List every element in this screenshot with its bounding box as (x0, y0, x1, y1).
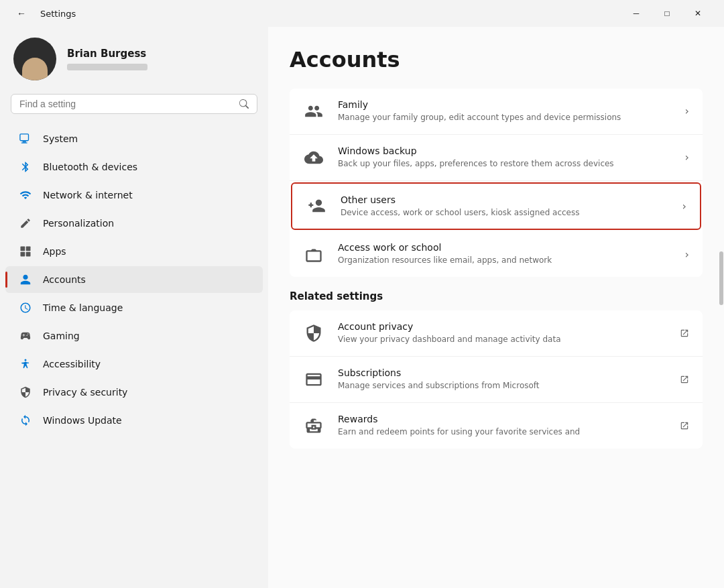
other-users-item[interactable]: Other users Device access, work or schoo… (291, 182, 701, 231)
nav-update[interactable]: Windows Update (5, 407, 263, 434)
svg-point-7 (25, 359, 27, 361)
related-settings-title: Related settings (290, 290, 703, 302)
nav-label-accounts: Accounts (43, 274, 86, 285)
minimize-button[interactable]: ─ (621, 3, 652, 24)
avatar-face (22, 58, 48, 80)
update-icon (19, 414, 32, 427)
maximize-button[interactable]: □ (652, 3, 682, 24)
nav-gaming[interactable]: Gaming (5, 322, 263, 349)
accounts-settings-card: Family Manage your family group, edit ac… (290, 89, 703, 277)
page-title: Accounts (290, 47, 703, 72)
family-text: Family Manage your family group, edit ac… (338, 99, 672, 123)
family-arrow: › (685, 105, 689, 117)
user-email-masked (67, 64, 147, 70)
family-item[interactable]: Family Manage your family group, edit ac… (290, 89, 703, 135)
search-box[interactable] (11, 94, 257, 114)
work-icon (303, 243, 324, 265)
nav-label-network: Network & internet (43, 190, 133, 200)
nav-label-system: System (43, 133, 78, 144)
svg-rect-6 (26, 252, 31, 257)
accessibility-icon (19, 357, 32, 371)
app-title: Settings (40, 9, 76, 19)
user-name: Brian Burgess (67, 48, 147, 60)
related-settings-card: Account privacy View your privacy dashbo… (290, 310, 703, 448)
svg-rect-2 (21, 142, 27, 143)
nav-time[interactable]: Time & language (5, 294, 263, 321)
search-icon (239, 99, 249, 109)
nav-label-time: Time & language (43, 302, 123, 313)
backup-text: Windows backup Back up your files, apps,… (338, 145, 672, 170)
rewards-text: Rewards Earn and redeem points for using… (338, 414, 666, 438)
nav-label-gaming: Gaming (43, 331, 80, 341)
nav-network[interactable]: Network & internet (5, 182, 263, 209)
title-bar-left: ← Settings (11, 3, 76, 24)
rewards-external-icon (680, 421, 689, 430)
backup-arrow: › (685, 151, 689, 164)
search-input[interactable] (19, 99, 234, 109)
nav-label-update: Windows Update (43, 415, 122, 426)
nav-privacy[interactable]: Privacy & security (5, 379, 263, 406)
access-work-desc: Organization resources like email, apps,… (338, 255, 672, 266)
main-content: Accounts Family Manage your family group… (268, 27, 724, 588)
account-privacy-text: Account privacy View your privacy dashbo… (338, 321, 666, 345)
time-icon (19, 301, 32, 314)
backup-icon (303, 147, 324, 168)
rewards-item[interactable]: Rewards Earn and redeem points for using… (290, 403, 703, 449)
nav-bluetooth[interactable]: Bluetooth & devices (5, 154, 263, 180)
account-privacy-item[interactable]: Account privacy View your privacy dashbo… (290, 310, 703, 357)
nav-accessibility[interactable]: Accessibility (5, 351, 263, 377)
rewards-desc: Earn and redeem points for using your fa… (338, 426, 666, 438)
other-users-desc: Device access, work or school users, kio… (341, 207, 669, 219)
account-privacy-icon (303, 322, 324, 344)
back-button[interactable]: ← (11, 3, 32, 24)
user-info: Brian Burgess (67, 48, 147, 70)
personalization-icon (19, 217, 32, 230)
subscriptions-desc: Manage services and subscriptions from M… (338, 380, 666, 392)
nav-label-personalization: Personalization (43, 218, 114, 229)
subscriptions-icon (303, 369, 324, 390)
nav-label-bluetooth: Bluetooth & devices (43, 162, 137, 172)
subscriptions-text: Subscriptions Manage services and subscr… (338, 367, 666, 392)
title-bar: ← Settings ─ □ ✕ (0, 0, 724, 27)
close-button[interactable]: ✕ (682, 3, 713, 24)
nav-accounts[interactable]: Accounts (5, 266, 263, 293)
apps-icon (19, 245, 32, 258)
backup-desc: Back up your files, apps, preferences to… (338, 158, 672, 170)
windows-backup-item[interactable]: Windows backup Back up your files, apps,… (290, 135, 703, 181)
gaming-icon (19, 329, 32, 343)
nav-label-apps: Apps (43, 246, 66, 257)
nav-label-accessibility: Accessibility (43, 359, 101, 369)
account-privacy-title: Account privacy (338, 321, 666, 332)
bluetooth-icon (19, 160, 32, 174)
nav-apps[interactable]: Apps (5, 238, 263, 265)
rewards-title: Rewards (338, 414, 666, 424)
subscriptions-item[interactable]: Subscriptions Manage services and subscr… (290, 357, 703, 403)
svg-rect-4 (26, 247, 31, 251)
backup-title: Windows backup (338, 145, 672, 156)
other-users-arrow: › (682, 200, 686, 213)
other-users-icon (306, 195, 327, 217)
accounts-icon (19, 273, 32, 286)
nav-system[interactable]: System (5, 125, 263, 152)
privacy-icon (19, 386, 32, 399)
subscriptions-external-icon (680, 375, 689, 384)
nav-personalization[interactable]: Personalization (5, 210, 263, 237)
family-title: Family (338, 99, 672, 110)
other-users-title: Other users (341, 194, 669, 205)
rewards-icon (303, 415, 324, 436)
svg-rect-1 (23, 141, 26, 143)
access-work-item[interactable]: Access work or school Organization resou… (290, 231, 703, 277)
family-desc: Manage your family group, edit account t… (338, 112, 672, 123)
scrollbar-track[interactable] (719, 27, 724, 588)
account-privacy-desc: View your privacy dashboard and manage a… (338, 334, 666, 345)
scrollbar-thumb[interactable] (719, 251, 723, 305)
window-controls: ─ □ ✕ (621, 3, 713, 24)
access-work-title: Access work or school (338, 242, 672, 253)
access-work-arrow: › (685, 248, 689, 261)
svg-rect-3 (21, 247, 25, 251)
family-icon (303, 101, 324, 122)
account-privacy-external-icon (680, 329, 689, 338)
svg-rect-0 (20, 134, 29, 141)
network-icon (19, 188, 32, 202)
nav-label-privacy: Privacy & security (43, 387, 127, 398)
